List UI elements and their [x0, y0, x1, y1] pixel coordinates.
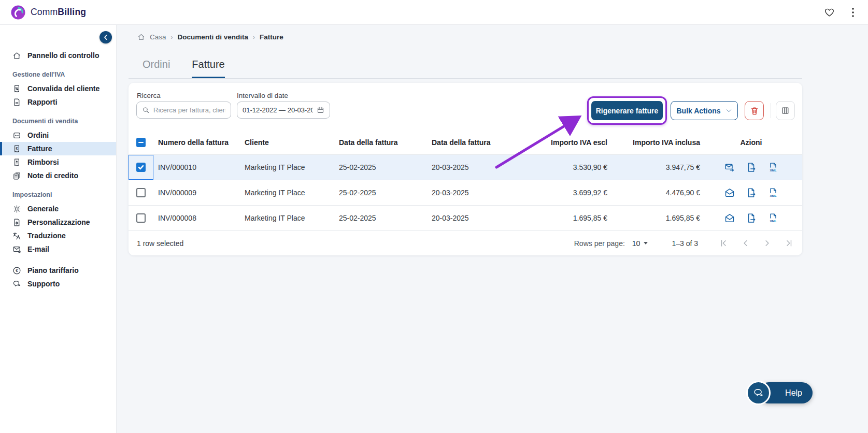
- download-xml-icon[interactable]: XML: [768, 187, 778, 198]
- row-checkbox[interactable]: [136, 213, 146, 223]
- sidebar-item-traduzione[interactable]: Traduzione: [0, 229, 116, 242]
- home-icon[interactable]: [137, 33, 145, 41]
- more-options-kebab-icon[interactable]: [848, 7, 858, 18]
- sidebar-item-label: Ordini: [27, 131, 49, 139]
- sidebar-item-personalizzazione[interactable]: Personalizzazione: [0, 215, 116, 229]
- regenerate-invoices-button[interactable]: Rigenerare fatture: [591, 101, 663, 120]
- cell-invoice-number: INV/000009: [153, 189, 245, 197]
- cell-due-date: 20-03-2025: [432, 163, 525, 171]
- date-range-value: 01-12-2022 — 20-03-202: [243, 106, 313, 114]
- svg-text:€: €: [16, 147, 18, 151]
- sidebar-item-note-di-credito[interactable]: Note di credito: [0, 169, 116, 182]
- sidebar-item-rimborsi[interactable]: Rimborsi: [0, 155, 116, 169]
- previous-page-icon[interactable]: [741, 238, 750, 248]
- cell-actions: XML: [700, 187, 802, 198]
- sidebar-item-label: Pannello di controllo: [27, 51, 99, 60]
- sidebar-item-generale[interactable]: Generale: [0, 202, 116, 215]
- breadcrumb-item-casa[interactable]: Casa: [150, 33, 166, 41]
- cell-invoice-date: 25-02-2025: [339, 214, 432, 222]
- receipt-return-icon: [12, 158, 21, 167]
- rows-per-page-value: 10: [632, 239, 641, 248]
- export-document-icon[interactable]: [746, 187, 757, 198]
- column-header[interactable]: Data della fattura: [432, 138, 525, 147]
- sidebar-item-fatture[interactable]: € Fatture: [0, 142, 116, 155]
- search-field[interactable]: [136, 102, 231, 119]
- invoices-table: Numero della fattura Cliente Data della …: [129, 131, 802, 230]
- brand-logo[interactable]: CommBilling: [10, 5, 86, 20]
- main-content: Casa › Documenti di vendita › Fatture Or…: [117, 25, 868, 433]
- first-page-icon[interactable]: [719, 238, 729, 248]
- search-input[interactable]: [153, 106, 225, 114]
- select-all-checkbox[interactable]: [136, 138, 146, 147]
- sidebar-item-label: Supporto: [27, 280, 60, 288]
- send-email-icon[interactable]: [724, 162, 735, 172]
- sidebar-item-label: Convalida del cliente: [27, 84, 99, 93]
- sidebar-item-rapporti[interactable]: Rapporti: [0, 95, 116, 109]
- sidebar-section-documenti-di-vendita: Documenti di vendita: [0, 118, 116, 125]
- tab-fatture[interactable]: Fatture: [192, 59, 224, 78]
- sidebar-item-piano-tariffario[interactable]: € Piano tariffario: [0, 264, 116, 277]
- bulk-actions-label: Bulk Actions: [676, 107, 720, 115]
- download-xml-icon[interactable]: XML: [768, 213, 778, 223]
- cell-invoice-date: 25-02-2025: [339, 189, 432, 197]
- cell-amount-incl: 3.947,75 €: [607, 163, 700, 171]
- chevron-down-icon: [725, 107, 732, 114]
- column-header[interactable]: Importo IVA inclusa: [607, 138, 700, 147]
- open-email-icon[interactable]: [724, 213, 735, 223]
- cell-actions: XML: [700, 213, 802, 223]
- brand-name: CommBilling: [31, 7, 86, 18]
- inbox-icon: [12, 131, 21, 140]
- column-header[interactable]: Cliente: [245, 138, 339, 147]
- caret-down-icon: [644, 242, 648, 244]
- bulk-actions-button[interactable]: Bulk Actions: [671, 101, 738, 120]
- credit-note-icon: [12, 171, 21, 180]
- sidebar-item-email[interactable]: E-mail: [0, 242, 116, 256]
- date-range-field[interactable]: 01-12-2022 — 20-03-202: [237, 102, 330, 119]
- export-document-icon[interactable]: [746, 213, 757, 223]
- breadcrumb: Casa › Documenti di vendita › Fatture: [137, 33, 283, 41]
- rows-per-page-select[interactable]: 10: [632, 239, 648, 248]
- cell-due-date: 20-03-2025: [432, 214, 525, 222]
- export-document-icon[interactable]: [746, 162, 757, 172]
- cell-amount-incl: 1.695,85 €: [607, 214, 700, 222]
- sidebar-item-label: Piano tariffario: [27, 266, 79, 275]
- column-header[interactable]: Numero della fattura: [153, 138, 245, 147]
- sidebar-item-pannello-di-controllo[interactable]: Pannello di controllo: [0, 49, 116, 62]
- favorites-heart-icon[interactable]: [824, 7, 835, 18]
- column-header: Azioni: [700, 138, 802, 147]
- table-row[interactable]: INV/000008 Marketing IT Place 25-02-2025…: [129, 205, 802, 230]
- search-icon: [142, 106, 150, 114]
- chevron-left-icon: [103, 34, 109, 40]
- last-page-icon[interactable]: [784, 238, 794, 248]
- cell-actions: XML: [700, 162, 802, 172]
- sidebar-collapse-button[interactable]: [99, 31, 112, 44]
- help-button[interactable]: Help: [758, 382, 813, 403]
- column-header[interactable]: Importo IVA escl: [525, 138, 607, 147]
- table-header-row: Numero della fattura Cliente Data della …: [129, 131, 802, 154]
- cell-invoice-number: INV/000010: [153, 163, 245, 171]
- calendar-icon[interactable]: [317, 106, 324, 114]
- sidebar-section-gestione-iva: Gestione dell'IVA: [0, 71, 116, 78]
- row-checkbox-cell: [129, 180, 153, 205]
- table-row[interactable]: INV/000009 Marketing IT Place 25-02-2025…: [129, 180, 802, 205]
- document-gear-icon: [12, 218, 21, 227]
- header-checkbox-cell: [129, 131, 153, 154]
- row-checkbox[interactable]: [136, 188, 146, 197]
- sidebar-item-supporto[interactable]: Supporto: [0, 277, 116, 291]
- download-xml-icon[interactable]: XML: [768, 162, 778, 172]
- sidebar-item-ordini[interactable]: Ordini: [0, 128, 116, 142]
- table-row[interactable]: INV/000010 Marketing IT Place 25-02-2025…: [129, 154, 802, 180]
- selection-status: 1 row selected: [137, 239, 183, 248]
- delete-button[interactable]: [745, 101, 764, 120]
- breadcrumb-item-documenti[interactable]: Documenti di vendita: [178, 33, 249, 41]
- column-settings-button[interactable]: [776, 101, 795, 120]
- next-page-icon[interactable]: [762, 238, 772, 248]
- app-header: CommBilling: [0, 0, 868, 25]
- tab-ordini[interactable]: Ordini: [143, 59, 170, 78]
- sidebar-item-convalida-del-cliente[interactable]: Convalida del cliente: [0, 82, 116, 95]
- row-checkbox-cell: [129, 155, 153, 180]
- open-email-icon[interactable]: [724, 187, 735, 198]
- sidebar-item-label: Traduzione: [27, 232, 66, 240]
- row-checkbox[interactable]: [136, 163, 146, 172]
- column-header[interactable]: Data della fattura: [339, 138, 432, 147]
